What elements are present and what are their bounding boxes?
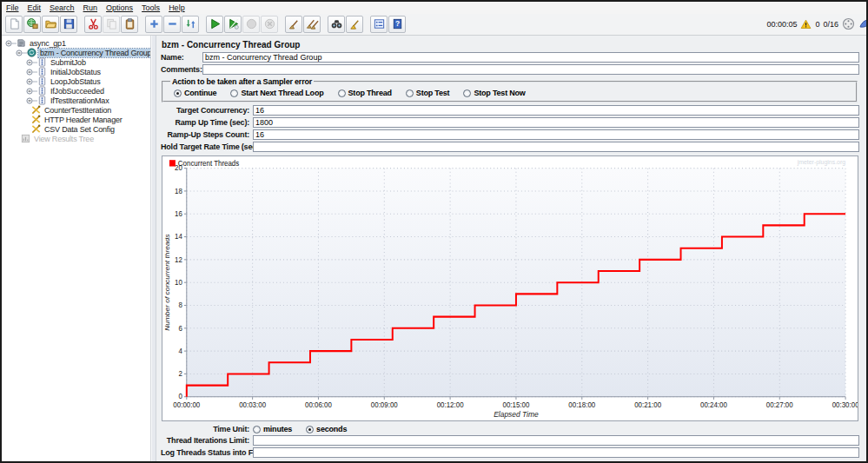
svg-text:8: 8: [178, 301, 182, 309]
tree-expand-handle[interactable]: [5, 39, 17, 48]
toolbar-clear-button[interactable]: [285, 16, 302, 33]
menu-bar: FileEditSearchRunOptionsToolsHelp: [2, 2, 866, 14]
wrench-icon: [31, 105, 43, 115]
menu-search[interactable]: Search: [50, 3, 75, 12]
menu-options[interactable]: Options: [106, 3, 133, 12]
function-helper-icon: [373, 17, 386, 30]
test-plan-icon: [17, 38, 28, 48]
tree-expand-handle[interactable]: [26, 77, 37, 86]
tree-node-async-gp1[interactable]: async_gp1: [3, 38, 150, 48]
chart-svg: 00:00:0000:03:0000:06:0000:09:0000:12:00…: [162, 156, 858, 420]
radio-icon[interactable]: [174, 89, 182, 97]
comments-input[interactable]: [202, 64, 859, 75]
thread-group-icon: [27, 48, 38, 57]
toolbar-toggle-button[interactable]: [182, 16, 199, 33]
toolbar-stop-button[interactable]: [242, 16, 260, 33]
target-concurrency-input[interactable]: [253, 105, 859, 116]
hold-target-rate-input[interactable]: [253, 142, 859, 152]
toolbar-function-helper-button[interactable]: [370, 16, 388, 33]
tree-node-countertestiteration[interactable]: CounterTestIteration: [3, 105, 150, 115]
open-folder-icon: [44, 17, 57, 30]
tree-expand-handle[interactable]: [26, 96, 37, 105]
toolbar-new-file-button[interactable]: [5, 16, 23, 33]
toolbar-save-button[interactable]: [60, 16, 77, 33]
tree-expand-handle[interactable]: [26, 58, 37, 67]
tree-node-label: CSV Data Set Config: [43, 125, 116, 134]
target-concurrency-label: Target Concurrency:: [161, 106, 249, 115]
ramp-up-time-input[interactable]: [253, 117, 859, 128]
tree-node-label: IfJobSucceeded: [49, 87, 106, 96]
sampler-icon: [37, 67, 49, 76]
tree-node-label: View Results Tree: [32, 135, 96, 143]
menu-file[interactable]: File: [6, 3, 19, 12]
radio-icon[interactable]: [463, 89, 471, 97]
svg-text:00:03:00: 00:03:00: [239, 401, 266, 409]
toolbar-start-button[interactable]: [206, 16, 223, 33]
tree-node-view-results-tree[interactable]: View Results Tree: [3, 134, 150, 143]
radio-sampler-error-stop-test[interactable]: Stop Test: [406, 89, 450, 97]
toolbar-templates-button[interactable]: [23, 16, 41, 33]
tree-expand-handle[interactable]: [26, 68, 37, 76]
tree-node-submitjob[interactable]: SubmitJob: [3, 57, 150, 67]
radio-sampler-error-stop-test-now[interactable]: Stop Test Now: [463, 89, 525, 97]
menu-edit[interactable]: Edit: [28, 3, 42, 12]
toolbar-help-button[interactable]: ?: [388, 16, 406, 33]
svg-text:Concurrent Threads: Concurrent Threads: [178, 160, 239, 168]
menu-run[interactable]: Run: [83, 3, 98, 12]
tree-node-http-header-manager[interactable]: HTTP Header Manager: [3, 115, 150, 124]
tree-node-label: HTTP Header Manager: [43, 116, 124, 124]
toolbar-open-folder-button[interactable]: [42, 16, 59, 33]
search-icon: [330, 17, 343, 30]
tree-node-bzm-concurrency-thread-group[interactable]: bzm - Concurrency Thread Group: [3, 48, 150, 57]
tree-node-iftestiterationmax[interactable]: IfTestIterationMax: [3, 96, 150, 105]
stop-icon: [245, 17, 258, 30]
toolbar-buttons: ?: [5, 16, 407, 33]
tree-node-initialjobstatus[interactable]: InitialJobStatus: [3, 67, 150, 76]
svg-text:00:24:00: 00:24:00: [700, 401, 727, 409]
tree-node-ifjobsucceeded[interactable]: IfJobSucceeded: [3, 86, 150, 96]
tree-node-loopjobstatus[interactable]: LoopJobStatus: [3, 76, 150, 86]
tree-expand-handle[interactable]: [16, 49, 27, 57]
radio-icon[interactable]: [306, 426, 314, 433]
radio-time-unit-minutes[interactable]: minutes: [253, 425, 292, 433]
svg-text:00:00:00: 00:00:00: [173, 401, 200, 409]
toolbar-collapse-button[interactable]: [163, 16, 181, 33]
thread-iterations-limit-input[interactable]: [253, 435, 859, 446]
toolbar-paste-button[interactable]: [121, 16, 138, 33]
warning-icon[interactable]: [800, 19, 812, 30]
toolbar-shutdown-button[interactable]: [261, 16, 278, 33]
ramp-up-steps-input[interactable]: [253, 129, 859, 140]
toolbar-search-button[interactable]: [328, 16, 345, 33]
toolbar-start-no-pauses-button[interactable]: [224, 16, 242, 33]
menu-help[interactable]: Help: [169, 3, 185, 12]
menu-tools[interactable]: Tools: [142, 3, 160, 12]
radio-sampler-error-start-next-thread-loop[interactable]: Start Next Thread Loop: [230, 89, 323, 97]
radio-sampler-error-continue[interactable]: Continue: [174, 89, 216, 97]
radio-time-unit-seconds[interactable]: seconds: [306, 425, 347, 433]
svg-text:Number of concurrent threads: Number of concurrent threads: [163, 235, 171, 331]
name-label: Name:: [161, 53, 199, 62]
radio-icon[interactable]: [253, 426, 261, 433]
svg-text:4: 4: [178, 347, 182, 355]
toolbar: ? 00:00:05 0 0/16: [2, 14, 866, 36]
comments-label: Comments:: [161, 65, 199, 74]
toolbar-copy-button[interactable]: [103, 16, 120, 33]
tree-expand-handle[interactable]: [26, 87, 37, 96]
toolbar-search-reset-button[interactable]: [346, 16, 363, 33]
tree-node-csv-data-set-config[interactable]: CSV Data Set Config: [3, 124, 150, 134]
tree-node-label: IfTestIterationMax: [49, 96, 110, 105]
thread-indicator-icon: [842, 17, 855, 30]
svg-text:18: 18: [175, 187, 182, 195]
toggle-icon: [184, 17, 197, 30]
toolbar-clear-all-button[interactable]: [303, 16, 321, 33]
tree-node-label: LoopJobStatus: [49, 77, 102, 86]
radio-icon[interactable]: [230, 89, 238, 97]
radio-icon[interactable]: [406, 89, 414, 97]
radio-icon[interactable]: [338, 89, 346, 97]
toolbar-expand-button[interactable]: [145, 16, 162, 33]
name-input[interactable]: [202, 52, 859, 63]
radio-sampler-error-stop-thread[interactable]: Stop Thread: [338, 89, 392, 97]
toolbar-cut-button[interactable]: [84, 16, 102, 33]
log-threads-status-input[interactable]: [253, 447, 859, 458]
tree-node-label: InitialJobStatus: [49, 68, 103, 76]
